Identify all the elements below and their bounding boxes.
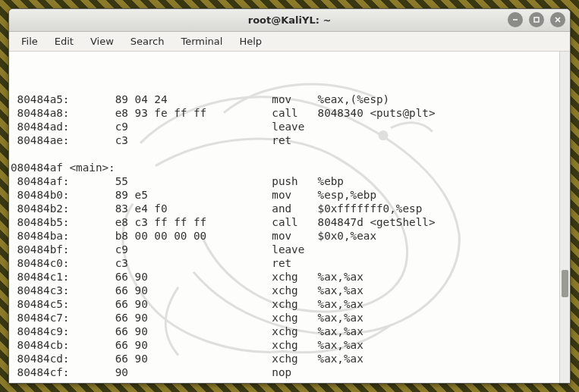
scrollbar-thumb[interactable]	[562, 270, 568, 297]
menu-terminal[interactable]: Terminal	[173, 33, 230, 49]
terminal-window: root@KaliYL: ~ File Edit View Search Ter…	[8, 8, 571, 384]
maximize-button[interactable]	[529, 12, 544, 27]
minimize-button[interactable]	[508, 12, 523, 27]
terminal-content[interactable]: 80484a5: 89 04 24 mov %eax,(%esp) 80484a…	[9, 52, 559, 383]
menubar: File Edit View Search Terminal Help	[9, 32, 570, 52]
menu-file[interactable]: File	[14, 33, 46, 49]
window-title: root@KaliYL: ~	[9, 14, 570, 26]
close-button[interactable]	[550, 12, 565, 27]
window-buttons	[508, 12, 565, 27]
menu-search[interactable]: Search	[123, 33, 172, 49]
close-icon	[554, 16, 562, 24]
menu-view[interactable]: View	[83, 33, 121, 49]
terminal-output: 80484a5: 89 04 24 mov %eax,(%esp) 80484a…	[11, 93, 558, 383]
titlebar[interactable]: root@KaliYL: ~	[9, 9, 570, 32]
maximize-icon	[533, 16, 540, 24]
menu-help[interactable]: Help	[231, 33, 269, 49]
svg-rect-1	[534, 17, 539, 22]
menu-edit[interactable]: Edit	[47, 33, 81, 49]
minimize-icon	[511, 16, 519, 24]
terminal-area: 80484a5: 89 04 24 mov %eax,(%esp) 80484a…	[9, 52, 570, 383]
scrollbar[interactable]	[559, 52, 570, 383]
